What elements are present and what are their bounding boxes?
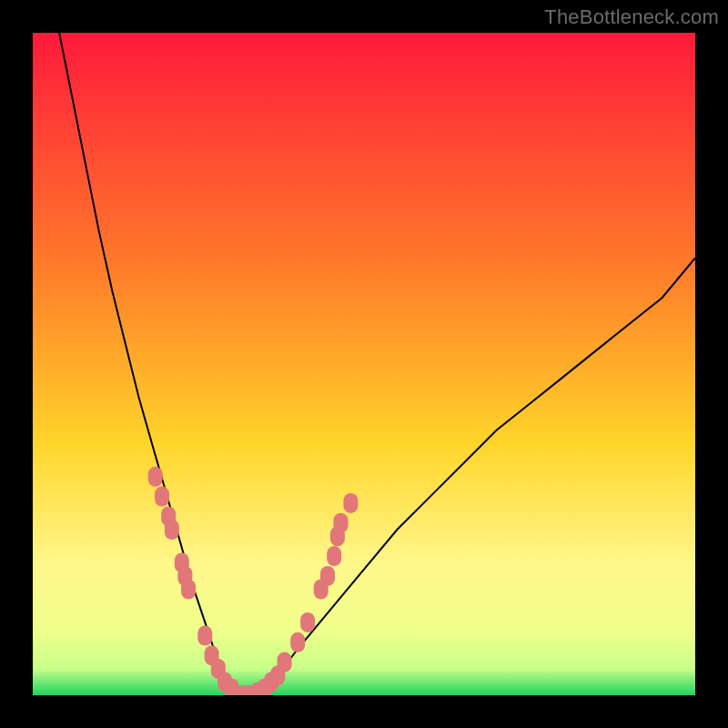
data-marker — [327, 546, 341, 566]
data-marker — [197, 626, 212, 646]
data-marker — [334, 513, 349, 533]
gradient-background — [33, 33, 695, 695]
data-marker — [165, 520, 179, 540]
chart-svg — [33, 33, 695, 695]
data-marker — [300, 612, 315, 632]
data-marker — [155, 487, 169, 507]
plot-area — [33, 33, 695, 695]
data-marker — [148, 467, 163, 487]
data-marker — [343, 493, 358, 513]
data-marker — [278, 652, 292, 672]
data-marker — [290, 632, 305, 652]
chart-frame: TheBottleneck.com — [0, 0, 728, 728]
data-marker — [181, 580, 196, 600]
watermark-text: TheBottleneck.com — [544, 5, 719, 29]
data-marker — [320, 566, 335, 586]
